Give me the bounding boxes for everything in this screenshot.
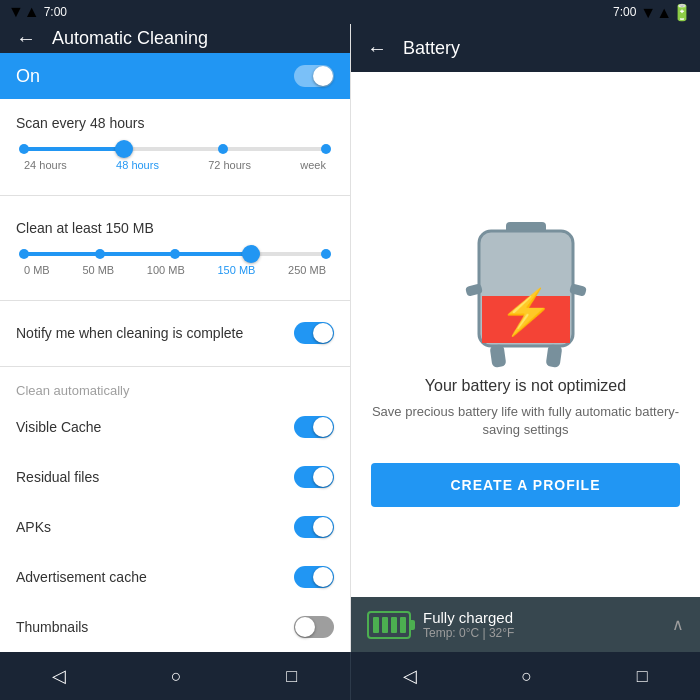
main-content: ← Automatic Cleaning On Scan every 48 ho…	[0, 24, 700, 652]
scan-dot-3	[321, 144, 331, 154]
setting-toggle-1[interactable]	[294, 466, 334, 488]
setting-toggle-2[interactable]	[294, 516, 334, 538]
home-nav-button-left[interactable]: ○	[155, 658, 198, 695]
clean-dot-1	[95, 249, 105, 259]
back-nav-button-left[interactable]: ◁	[36, 657, 82, 695]
setting-toggle-3[interactable]	[294, 566, 334, 588]
clean-dot-0	[19, 249, 29, 259]
setting-toggle-knob-1	[313, 467, 333, 487]
battery-illustration: ⚡	[461, 217, 591, 377]
clean-labels: 0 MB 50 MB 100 MB 150 MB 250 MB	[24, 264, 326, 276]
clean-label-2: 100 MB	[147, 264, 185, 276]
right-panel: ← Battery ⚡	[350, 24, 700, 652]
clean-label-0: 0 MB	[24, 264, 50, 276]
recent-nav-button-right[interactable]: □	[621, 658, 664, 695]
battery-status-icon: ▼▲🔋	[640, 3, 692, 22]
left-panel-header: ← Automatic Cleaning	[0, 24, 350, 53]
setting-row-2: APKs	[0, 502, 350, 552]
recent-nav-button-left[interactable]: □	[270, 658, 313, 695]
status-bar: ▼▲ 7:00 7:00 ▼▲🔋	[0, 0, 700, 24]
signal-icons: ▼▲	[8, 3, 40, 21]
clean-slider-fill	[24, 252, 251, 256]
setting-row-1: Residual files	[0, 452, 350, 502]
battery-content: ⚡ Your battery is not optimized Save pre…	[351, 72, 700, 652]
clean-slider-track	[24, 252, 326, 256]
svg-text:⚡: ⚡	[498, 286, 553, 338]
battery-bars	[369, 613, 410, 637]
divider-1	[0, 195, 350, 196]
notify-label: Notify me when cleaning is complete	[16, 325, 243, 341]
status-time-right: 7:00	[613, 5, 636, 19]
right-back-button[interactable]: ←	[367, 37, 387, 60]
scan-slider-thumb[interactable]	[115, 140, 133, 158]
left-back-button[interactable]: ←	[16, 27, 36, 50]
notify-row: Notify me when cleaning is complete	[0, 308, 350, 358]
scan-section-title: Scan every 48 hours	[16, 115, 334, 131]
left-panel-title: Automatic Cleaning	[52, 28, 208, 49]
setting-row-3: Advertisement cache	[0, 552, 350, 602]
svg-rect-5	[489, 344, 506, 368]
divider-2	[0, 300, 350, 301]
setting-toggle-knob-0	[313, 417, 333, 437]
setting-toggle-4[interactable]	[294, 616, 334, 638]
charged-notification: Fully charged Temp: 0°C | 32°F ∧	[351, 597, 700, 652]
battery-bar-4	[400, 617, 406, 633]
right-panel-header: ← Battery	[351, 24, 700, 72]
scan-dot-2	[218, 144, 228, 154]
setting-label-2: APKs	[16, 519, 51, 535]
setting-toggle-knob-3	[313, 567, 333, 587]
scan-slider-track	[24, 147, 326, 151]
scan-labels: 24 hours 48 hours 72 hours week	[24, 159, 326, 171]
right-panel-title: Battery	[403, 38, 460, 59]
scan-slider[interactable]: 24 hours 48 hours 72 hours week	[16, 147, 334, 171]
clean-label-4: 250 MB	[288, 264, 326, 276]
scan-label-0: 24 hours	[24, 159, 67, 171]
bottom-nav: ◁ ○ □ ◁ ○ □	[0, 652, 700, 700]
bottom-nav-left: ◁ ○ □	[0, 652, 350, 700]
setting-label-0: Visible Cache	[16, 419, 101, 435]
chevron-up-icon[interactable]: ∧	[672, 615, 684, 634]
clean-label-3: 150 MB	[217, 264, 255, 276]
setting-label-3: Advertisement cache	[16, 569, 147, 585]
scan-slider-fill	[24, 147, 124, 151]
scan-label-1: 48 hours	[116, 159, 159, 171]
battery-bar-1	[373, 617, 379, 633]
setting-row-0: Visible Cache	[0, 402, 350, 452]
clean-slider-thumb[interactable]	[242, 245, 260, 263]
battery-bar-2	[382, 617, 388, 633]
clean-dot-4	[321, 249, 331, 259]
on-toggle-row: On	[0, 53, 350, 99]
clean-slider[interactable]: 0 MB 50 MB 100 MB 150 MB 250 MB	[16, 252, 334, 276]
clean-label-1: 50 MB	[82, 264, 114, 276]
battery-bar-3	[391, 617, 397, 633]
battery-status-title: Your battery is not optimized	[425, 377, 626, 395]
svg-rect-6	[545, 344, 562, 368]
divider-3	[0, 366, 350, 367]
bottom-nav-right: ◁ ○ □	[351, 652, 701, 700]
main-toggle-knob	[313, 66, 333, 86]
clean-section: Clean at least 150 MB 0 MB 50 MB 100 MB …	[0, 204, 350, 292]
main-toggle[interactable]	[294, 65, 334, 87]
charged-title: Fully charged	[423, 609, 660, 626]
clean-dot-2	[170, 249, 180, 259]
notify-toggle[interactable]	[294, 322, 334, 344]
scan-label-2: 72 hours	[208, 159, 251, 171]
scan-label-3: week	[300, 159, 326, 171]
notify-toggle-knob	[313, 323, 333, 343]
setting-row-4: Thumbnails	[0, 602, 350, 652]
home-nav-button-right[interactable]: ○	[505, 658, 548, 695]
status-time-left: 7:00	[44, 5, 67, 19]
back-nav-button-right[interactable]: ◁	[387, 657, 433, 695]
setting-toggle-0[interactable]	[294, 416, 334, 438]
charged-temp: Temp: 0°C | 32°F	[423, 626, 660, 640]
setting-toggle-knob-4	[295, 617, 315, 637]
setting-label-1: Residual files	[16, 469, 99, 485]
setting-toggle-knob-2	[313, 517, 333, 537]
status-bar-right: 7:00 ▼▲🔋	[613, 3, 692, 22]
battery-status-desc: Save precious battery life with fully au…	[371, 403, 680, 439]
left-panel: ← Automatic Cleaning On Scan every 48 ho…	[0, 24, 350, 652]
clean-section-title: Clean at least 150 MB	[16, 220, 334, 236]
on-label: On	[16, 66, 40, 87]
create-profile-button[interactable]: CREATE A PROFILE	[371, 463, 680, 507]
status-bar-left: ▼▲ 7:00	[8, 3, 67, 21]
